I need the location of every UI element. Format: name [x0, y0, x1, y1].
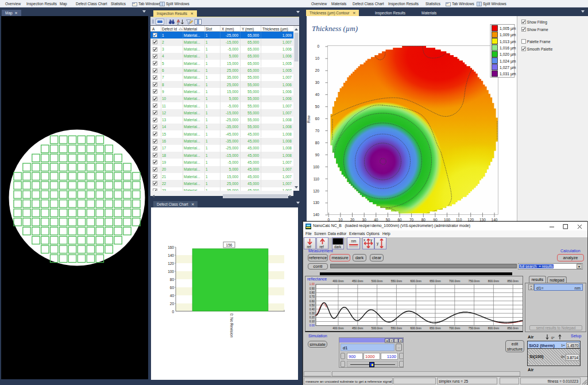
svg-text:reflectance: reflectance [307, 277, 327, 281]
svg-text:20: 20 [170, 302, 175, 306]
svg-text:50: 50 [315, 105, 320, 109]
svg-text:550.0nm: 550.0nm [391, 279, 402, 283]
svg-text:850.0nm: 850.0nm [507, 279, 518, 283]
svg-text:500.0nm: 500.0nm [372, 279, 382, 283]
svg-text:550.0nm: 550.0nm [391, 326, 402, 330]
svg-text:80: 80 [315, 141, 320, 145]
svg-text:0.40: 0.40 [310, 308, 315, 311]
svg-text:dark: dark [334, 245, 342, 249]
svg-text:750.0nm: 750.0nm [469, 279, 479, 283]
svg-text:500.0nm: 500.0nm [372, 326, 382, 330]
svg-text:1,027 µm: 1,027 µm [500, 66, 516, 70]
svg-text:160: 160 [168, 245, 174, 249]
svg-text:nm: nm [351, 239, 357, 243]
svg-text:Thickness (µm): Thickness (µm) [312, 24, 358, 33]
svg-text:450.0nm: 450.0nm [352, 279, 363, 283]
svg-text:x: x [400, 339, 402, 342]
svg-text:1,009 µm: 1,009 µm [500, 33, 516, 37]
svg-text:30: 30 [315, 80, 320, 84]
svg-text:156: 156 [226, 243, 233, 247]
svg-text:700.0nm: 700.0nm [449, 279, 460, 283]
svg-text:450.0nm: 450.0nm [352, 326, 363, 330]
svg-text:120: 120 [313, 189, 319, 193]
svg-text:750.0nm: 750.0nm [469, 326, 479, 330]
svg-text:40: 40 [315, 93, 320, 97]
svg-text:650.0nm: 650.0nm [430, 279, 440, 283]
svg-text:110: 110 [314, 177, 320, 181]
svg-text:1,005 µm: 1,005 µm [500, 26, 516, 31]
svg-text:0.10: 0.10 [310, 320, 315, 323]
svg-text:650.0nm: 650.0nm [430, 326, 440, 330]
svg-text:0.70: 0.70 [310, 295, 315, 298]
svg-text:1,016 µm: 1,016 µm [500, 46, 516, 51]
svg-text:0.20: 0.20 [310, 316, 315, 319]
svg-text:1.00: 1.00 [310, 283, 315, 286]
svg-text:r: r [391, 339, 392, 342]
svg-text:0.30: 0.30 [310, 312, 315, 315]
svg-text:60: 60 [315, 117, 320, 121]
svg-text:600.0nm: 600.0nm [410, 326, 421, 330]
svg-text:0.90: 0.90 [310, 287, 315, 290]
svg-text:0°: 0° [551, 336, 555, 340]
svg-text:100: 100 [313, 165, 319, 169]
svg-text:20: 20 [315, 68, 320, 72]
svg-text:400.0nm: 400.0nm [332, 326, 343, 330]
svg-text:0.50: 0.50 [310, 304, 315, 307]
svg-text:700.0nm: 700.0nm [449, 326, 460, 330]
svg-text:0.60: 0.60 [310, 300, 315, 303]
svg-text:70: 70 [315, 129, 320, 133]
svg-text:120: 120 [168, 261, 174, 265]
svg-text:90: 90 [315, 153, 320, 157]
svg-text:0: No Revision: 0: No Revision [230, 313, 234, 338]
svg-text:10: 10 [315, 56, 320, 60]
svg-text:60: 60 [170, 286, 175, 290]
svg-text:1,024 µm: 1,024 µm [500, 59, 516, 64]
svg-text:130: 130 [313, 201, 319, 205]
svg-text:800.0nm: 800.0nm [488, 326, 499, 330]
svg-text:Row: Row [307, 116, 311, 123]
svg-text:0: 0 [172, 310, 174, 314]
svg-text:1,013 µm: 1,013 µm [500, 40, 516, 44]
svg-text:140: 140 [168, 253, 174, 257]
svg-text:140: 140 [313, 213, 319, 217]
svg-text:400.0nm: 400.0nm [332, 279, 343, 283]
svg-text:800.0nm: 800.0nm [488, 279, 499, 283]
svg-text:1,031 µm: 1,031 µm [500, 72, 516, 76]
svg-text:600.0nm: 600.0nm [410, 279, 421, 283]
svg-text:40: 40 [170, 294, 175, 298]
svg-text:ref: ref [320, 245, 324, 249]
svg-text:0.80: 0.80 [310, 291, 315, 294]
svg-text:-: - [396, 339, 397, 342]
svg-text:850.0nm: 850.0nm [507, 326, 518, 330]
svg-text:0.00: 0.00 [310, 324, 315, 327]
svg-text:100: 100 [168, 270, 174, 274]
svg-text:ref: ref [307, 245, 312, 249]
svg-text:1,020 µm: 1,020 µm [500, 52, 516, 57]
svg-text:80: 80 [170, 278, 175, 282]
svg-text:0: 0 [317, 44, 319, 48]
